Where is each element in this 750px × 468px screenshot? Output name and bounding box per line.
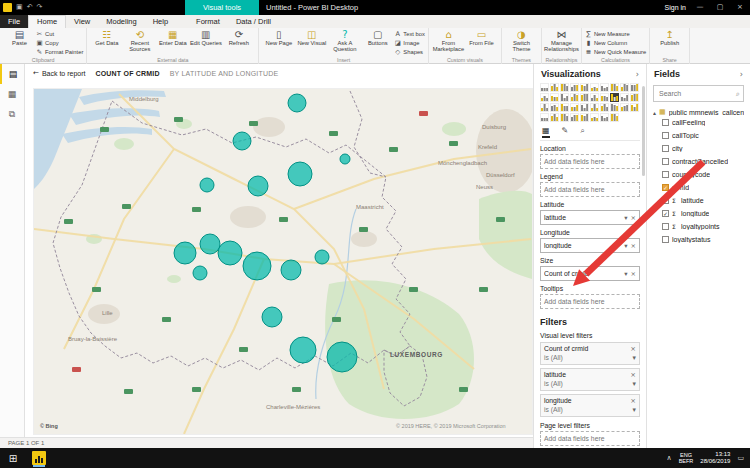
switch-theme-button[interactable]: ◑Switch Theme	[505, 29, 538, 53]
map-bubble[interactable]	[340, 154, 350, 164]
new-column-button[interactable]: ▮New Column	[585, 39, 646, 47]
redo-icon[interactable]: ↷	[37, 0, 43, 15]
map-bubble[interactable]	[290, 337, 316, 363]
get-data-button[interactable]: ☷Get Data	[90, 29, 123, 46]
map-bubble[interactable]	[218, 241, 242, 265]
field-item-city[interactable]: city	[653, 142, 744, 155]
model-view-icon[interactable]: ⧉	[0, 104, 24, 124]
map-bubble[interactable]	[200, 178, 214, 192]
remove-field-icon[interactable]: ×	[631, 214, 636, 222]
ribbon-tab-modeling[interactable]: Modeling	[98, 15, 144, 28]
tray-expand-icon[interactable]: ∧	[667, 454, 672, 462]
edit-queries-button[interactable]: ▥Edit Queries	[189, 29, 222, 46]
visual-type-icon[interactable]	[570, 103, 579, 112]
field-item-loyaltystatus[interactable]: loyaltystatus	[653, 233, 744, 246]
back-to-report-button[interactable]: ← Back to report	[33, 69, 85, 77]
visual-type-icon[interactable]	[600, 103, 609, 112]
map-bubble[interactable]	[174, 242, 196, 264]
field-checkbox[interactable]: ✓	[662, 197, 669, 204]
field-checkbox[interactable]	[662, 145, 669, 152]
visual-type-icon[interactable]	[550, 83, 559, 92]
fields-tab[interactable]: ▦	[542, 126, 550, 138]
field-item-longitude[interactable]: ✓Σlongitude	[653, 207, 744, 220]
visual-type-icon[interactable]	[630, 93, 639, 102]
bing-logo[interactable]: © Bing	[40, 423, 58, 429]
visual-type-icon[interactable]	[580, 113, 589, 122]
remove-filter-icon[interactable]: ×	[630, 397, 636, 405]
visual-type-icon[interactable]	[600, 113, 609, 122]
field-item-calltopic[interactable]: callTopic	[653, 129, 744, 142]
new-quick-measure-button[interactable]: ≣New Quick Measure	[585, 48, 646, 56]
expand-filter-icon[interactable]: ▾	[633, 406, 636, 414]
visual-type-icon[interactable]	[630, 83, 639, 92]
ribbon-tab-home[interactable]: Home	[28, 15, 66, 28]
recent-sources-button[interactable]: ⟲Recent Sources	[123, 29, 156, 53]
shapes-button[interactable]: ◇Shapes	[394, 48, 425, 56]
collapse-panel-icon[interactable]: ›	[636, 70, 639, 79]
well-dropzone-legend[interactable]: Add data fields here	[540, 182, 640, 197]
map-bubble[interactable]	[288, 162, 312, 186]
well-dropzone-tooltips[interactable]: Add data fields here	[540, 294, 640, 309]
visual-type-icon[interactable]	[610, 103, 619, 112]
refresh-button[interactable]: ⟳Refresh	[222, 29, 255, 46]
copy-button[interactable]: ▣Copy	[36, 39, 83, 47]
visual-type-icon[interactable]	[560, 83, 569, 92]
field-checkbox[interactable]	[662, 171, 669, 178]
data-view-icon[interactable]: ▦	[0, 84, 24, 104]
field-checkbox[interactable]	[662, 119, 669, 126]
map-bubble[interactable]	[262, 307, 282, 327]
expand-filter-icon[interactable]: ▾	[633, 354, 636, 362]
remove-field-icon[interactable]: ×	[631, 270, 636, 278]
visual-type-icon[interactable]	[570, 83, 579, 92]
publish-button[interactable]: ↥Publish	[653, 29, 686, 46]
caret-down-icon[interactable]: ▾	[624, 270, 627, 278]
panel-scrollbar[interactable]	[642, 86, 645, 176]
field-item-countrycode[interactable]: countrycode	[653, 168, 744, 181]
field-item-crmid[interactable]: ✓crmid	[653, 181, 744, 194]
search-box[interactable]: ⌕	[653, 85, 744, 102]
field-item-latitude[interactable]: ✓Σlatitude	[653, 194, 744, 207]
field-checkbox[interactable]	[662, 158, 669, 165]
language-indicator[interactable]: ENGBEFR	[679, 452, 694, 465]
visual-type-icon[interactable]	[630, 103, 639, 112]
remove-filter-icon[interactable]: ×	[630, 345, 636, 353]
visual-type-icon[interactable]	[580, 93, 589, 102]
format-painter-button[interactable]: ✎Format Painter	[36, 48, 83, 56]
save-icon[interactable]: ▣	[16, 0, 23, 15]
visual-type-icon[interactable]	[540, 83, 549, 92]
well-dropzone-location[interactable]: Add data fields here	[540, 154, 640, 169]
visual-type-icon[interactable]	[580, 83, 589, 92]
minimize-button[interactable]: —	[690, 0, 710, 15]
buttons-button[interactable]: ▢Buttons	[361, 29, 394, 46]
field-checkbox[interactable]	[662, 236, 669, 243]
field-checkbox[interactable]: ✓	[662, 210, 669, 217]
visual-type-icon[interactable]	[590, 103, 599, 112]
analytics-tab[interactable]: ⌕	[580, 126, 584, 138]
field-item-loyaltypoints[interactable]: Σloyaltypoints	[653, 220, 744, 233]
visual-type-icon[interactable]	[540, 103, 549, 112]
new-measure-button[interactable]: ∑New Measure	[585, 30, 646, 38]
ask-a-question-button[interactable]: ?Ask A Question	[328, 29, 361, 53]
enter-data-button[interactable]: ▦Enter Data	[156, 29, 189, 46]
visual-type-icon[interactable]	[620, 93, 629, 102]
visual-type-icon[interactable]	[560, 93, 569, 102]
visual-type-icon[interactable]	[600, 83, 609, 92]
visual-type-icon[interactable]	[550, 93, 559, 102]
filter-card-count-of-crmid[interactable]: Count of crmid× is (All)▾	[540, 342, 640, 365]
expand-filter-icon[interactable]: ▾	[633, 380, 636, 388]
text-box-button[interactable]: AText box	[394, 30, 425, 38]
notification-icon[interactable]: ▭	[737, 454, 744, 462]
visual-type-icon[interactable]	[540, 93, 549, 102]
paste-button[interactable]: ▤Paste	[3, 29, 36, 46]
new-page-button[interactable]: ▯New Page	[262, 29, 295, 46]
visual-type-icon[interactable]	[600, 93, 609, 102]
visual-type-icon[interactable]	[610, 83, 619, 92]
visual-type-icon[interactable]	[570, 113, 579, 122]
sign-in-button[interactable]: Sign in	[665, 0, 686, 15]
map-bubble[interactable]	[327, 342, 357, 372]
map-bubble[interactable]	[243, 252, 271, 280]
ribbon-tab-view[interactable]: View	[66, 15, 98, 28]
image-button[interactable]: ◪Image	[394, 39, 425, 47]
remove-field-icon[interactable]: ×	[631, 242, 636, 250]
visual-type-icon[interactable]	[590, 113, 599, 122]
